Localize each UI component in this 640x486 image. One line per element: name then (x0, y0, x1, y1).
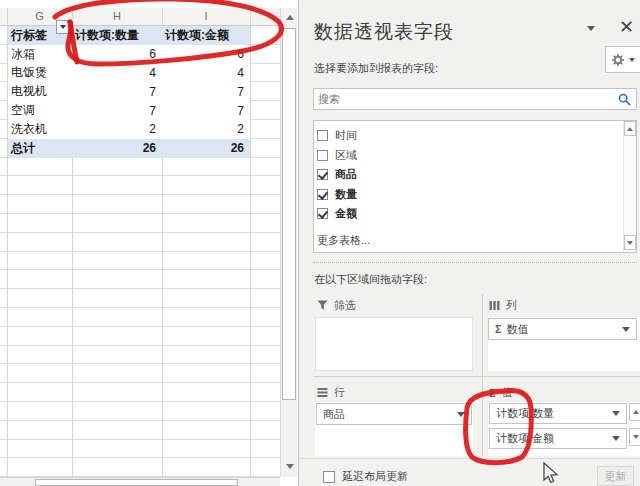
more-tables-link[interactable]: 更多表格... (317, 233, 370, 248)
divider (313, 262, 637, 263)
arrow-up-icon (633, 410, 639, 414)
chevron-down-icon[interactable] (612, 411, 620, 416)
rows-icon (317, 387, 328, 398)
cell-row-label[interactable]: 电饭煲 (7, 64, 72, 81)
divider (482, 294, 483, 456)
scroll-up-button[interactable] (624, 121, 636, 136)
field-list-scrollbar[interactable] (623, 121, 636, 252)
cell-row-label[interactable]: 冰箱 (7, 46, 72, 63)
cell-total-qty[interactable]: 26 (72, 141, 162, 155)
cell-total-amt[interactable]: 26 (162, 141, 250, 155)
field-search-box (313, 88, 637, 110)
chevron-down-icon (629, 58, 635, 62)
drag-areas-hint: 在以下区域间拖动字段: (314, 272, 427, 287)
field-label: 时间 (335, 128, 357, 143)
gear-icon (611, 53, 625, 67)
cell-count-qty[interactable]: 6 (72, 47, 162, 61)
field-item-quantity[interactable]: 数量 (314, 185, 622, 205)
cell-row-label[interactable]: 空调 (7, 102, 72, 119)
columns-field-values[interactable]: Σ 数值 (488, 318, 637, 340)
divider (313, 376, 640, 377)
arrow-down-icon (286, 464, 294, 469)
checkbox-checked[interactable] (317, 189, 328, 200)
cell-count-qty[interactable]: 2 (72, 122, 162, 136)
defer-layout-update[interactable]: 延迟布局更新 (323, 469, 408, 484)
cell-count-qty[interactable]: 7 (72, 85, 162, 99)
chevron-down-icon[interactable] (622, 327, 630, 332)
pane-title: 数据透视表字段 (314, 19, 454, 45)
pivot-row-washer: 洗衣机 2 2 (7, 120, 250, 139)
pivot-header-row: 行标签 计数项:数量 计数项:金额 (7, 26, 250, 45)
pane-close-button[interactable]: ✕ (619, 18, 634, 36)
pivot-fields-pane: 数据透视表字段 ✕ 选择要添加到报表的字段: (298, 0, 640, 486)
values-area-title: 值 (502, 385, 513, 400)
row-labels-filter-button[interactable] (56, 20, 70, 34)
sheet-horizontal-scrollbar[interactable] (0, 477, 280, 486)
defer-label: 延迟布局更新 (342, 469, 408, 484)
field-item-region[interactable]: 区域 (314, 146, 622, 166)
scroll-up-button[interactable] (282, 8, 297, 26)
vertical-scroll-thumb[interactable] (282, 28, 296, 400)
chevron-down-icon[interactable] (612, 436, 620, 441)
cell-total-label[interactable]: 总计 (7, 140, 72, 157)
pane-options-dropdown[interactable] (587, 31, 595, 49)
count-qty-header-cell[interactable]: 计数项:数量 (72, 27, 162, 44)
gridline (250, 8, 251, 477)
funnel-icon (317, 300, 328, 311)
field-item-amount[interactable]: 金额 (314, 204, 622, 224)
arrow-down-icon (627, 241, 633, 245)
pill-label: 计数项:数量 (496, 406, 554, 421)
field-item-time[interactable]: 时间 (314, 126, 622, 146)
row-labels-header-cell[interactable]: 行标签 (7, 27, 72, 44)
rows-area-header: 行 (317, 385, 345, 400)
column-header-h[interactable]: H (72, 10, 162, 22)
pivot-row-tv: 电视机 7 7 (7, 82, 250, 101)
cell-count-amt[interactable]: 2 (162, 122, 250, 136)
search-icon[interactable] (618, 93, 631, 106)
pivot-total-row: 总计 26 26 (7, 139, 250, 158)
sheet-vertical-scrollbar[interactable] (280, 8, 297, 477)
cell-count-amt[interactable]: 7 (162, 104, 250, 118)
scroll-down-button[interactable] (624, 235, 636, 250)
scroll-down-button[interactable] (282, 457, 297, 475)
tools-button[interactable] (605, 46, 640, 73)
cell-count-amt[interactable]: 4 (162, 66, 250, 80)
cell-row-label[interactable]: 洗衣机 (7, 121, 72, 138)
checkbox-unchecked[interactable] (317, 150, 328, 161)
checkbox-checked[interactable] (317, 208, 328, 219)
arrow-up-icon (627, 127, 633, 131)
column-header-i[interactable]: I (162, 10, 250, 22)
filters-area-header: 筛选 (317, 298, 356, 313)
field-item-product[interactable]: 商品 (314, 165, 622, 185)
cell-count-qty[interactable]: 4 (72, 66, 162, 80)
checkbox-unchecked[interactable] (323, 471, 335, 483)
sigma-icon: Σ (495, 323, 502, 335)
cell-count-qty[interactable]: 7 (72, 104, 162, 118)
field-label: 数量 (335, 187, 357, 202)
values-scroll-down-button[interactable] (629, 428, 640, 446)
pivot-row-aircon: 空调 7 7 (7, 101, 250, 120)
count-amt-header-cell[interactable]: 计数项:金额 (162, 27, 250, 44)
field-label: 区域 (335, 148, 357, 163)
update-button-disabled[interactable]: 更新 (597, 466, 634, 486)
row-labels-text: 行标签 (11, 28, 47, 42)
pill-label: 数值 (507, 322, 529, 337)
field-label: 金额 (335, 206, 357, 221)
checkbox-unchecked[interactable] (317, 130, 328, 141)
search-input[interactable] (314, 93, 618, 105)
filters-drop-zone[interactable] (315, 317, 473, 371)
cell-count-amt[interactable]: 6 (162, 47, 250, 61)
values-scroll-up-button[interactable] (629, 403, 640, 421)
excel-pivot-screen: G H I 行标签 计数项:数量 计数项:金额 冰箱 6 (0, 0, 640, 486)
values-field-count-qty[interactable]: 计数项:数量 (489, 403, 627, 424)
cell-row-label[interactable]: 电视机 (7, 83, 72, 100)
rows-field-product[interactable]: 商品 (316, 403, 472, 425)
field-list: 时间 区域 商品 数量 金额 更多表格... (313, 120, 637, 253)
checkbox-checked[interactable] (317, 169, 328, 180)
cell-count-amt[interactable]: 7 (162, 85, 250, 99)
pivot-row-fridge: 冰箱 6 6 (7, 45, 250, 64)
chevron-down-icon (587, 26, 595, 48)
chevron-down-icon[interactable] (457, 412, 465, 417)
horizontal-scroll-thumb[interactable] (35, 479, 238, 486)
values-field-count-amt[interactable]: 计数项:金额 (489, 428, 627, 449)
